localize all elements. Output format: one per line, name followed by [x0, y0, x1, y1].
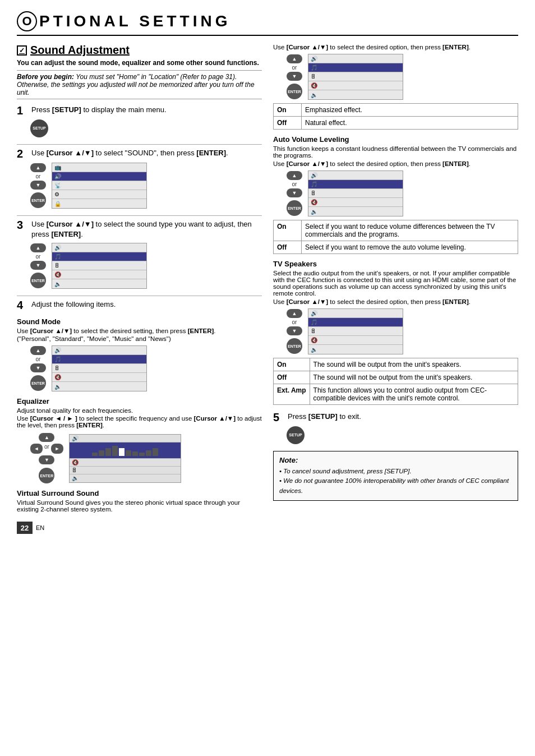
tv-ext-key: Ext. Amp	[274, 384, 310, 405]
equalizer-menu: 🔊 🔇 🎚	[69, 434, 181, 483]
step-3-illustration: ▲ or ▼ ENTER 🔊 🎵 🎚 🔇 🔈	[30, 243, 262, 289]
virtual-surround-title: Virtual Surround Sound	[17, 489, 262, 497]
vss-on-key: On	[274, 104, 302, 117]
step-3-menu: 🔊 🎵 🎚 🔇 🔈	[52, 243, 147, 289]
table-row: On Select if you want to reduce volume d…	[274, 220, 518, 241]
step-1-illustration: SETUP	[30, 119, 262, 137]
av-on-value: Select if you want to reduce volume diff…	[302, 220, 518, 241]
vss-use-cursor: Use [Cursor ▲/▼] to select the desired o…	[273, 44, 518, 50]
vss-menu: 🔊 🎵 🎚 🔇 🔈	[308, 54, 403, 100]
sound-mode-menu: 🔊 🎵 🎚 🔇 🔈	[52, 345, 147, 391]
step-5-number: 5	[273, 412, 284, 423]
before-begin-box: Before you begin: You must set "Home" in…	[17, 70, 262, 99]
tv-on-value: The sound will be output from the unit's…	[310, 358, 518, 371]
before-begin-label: Before you begin:	[17, 73, 74, 81]
right-column: Use [Cursor ▲/▼] to select the desired o…	[273, 44, 518, 534]
step-1-text: Press [SETUP] to display the main menu.	[31, 105, 167, 115]
step-4: 4 Adjust the following items.	[17, 299, 262, 311]
equalizer-line2: Use [Cursor ◄ / ► ] to select the specif…	[17, 415, 262, 428]
virtual-surround-text: Virtual Surround Sound gives you the ste…	[17, 499, 262, 513]
sound-mode-line1: Use [Cursor ▲/▼] to select the desired s…	[17, 328, 262, 334]
header-circle: O	[17, 11, 37, 31]
page-number-area: 22 EN	[17, 522, 262, 534]
auto-volume-illustration: ▲ or ▼ ENTER 🔊 🎵 🎚 🔇 🔈	[287, 170, 518, 216]
tv-speakers-title: TV Speakers	[273, 260, 518, 268]
step-2-text: Use [Cursor ▲/▼] to select "SOUND", then…	[31, 148, 228, 158]
en-label: EN	[36, 524, 44, 531]
tv-speakers-line: Use [Cursor ▲/▼] to select the desired o…	[273, 298, 518, 305]
table-row: On Emphasized effect.	[274, 104, 518, 117]
tv-speakers-illustration: ▲ or ▼ ENTER 🔊 🎵 🎚 🔇 🔈	[287, 308, 518, 354]
vss-options-table: On Emphasized effect. Off Natural effect…	[273, 103, 518, 130]
step-4-text: Adjust the following items.	[31, 299, 116, 310]
step-1-number: 1	[17, 105, 28, 116]
intro-text: You can adjust the sound mode, equalizer…	[17, 59, 262, 67]
auto-volume-options-table: On Select if you want to reduce volume d…	[273, 220, 518, 254]
tv-ext-value: This function allows you to control audi…	[310, 384, 518, 405]
vss-off-value: Natural effect.	[302, 117, 518, 130]
tv-off-value: The sound will not be output from the un…	[310, 371, 518, 384]
auto-volume-intro: This function keeps a constant loudness …	[273, 145, 518, 159]
step-2-illustration: ▲ or ▼ ENTER 📺 🔊 📡 ⚙ 🔒	[30, 163, 262, 209]
section-title: ✓ Sound Adjustment	[17, 44, 262, 57]
sound-mode-title: Sound Mode	[17, 317, 262, 326]
note-title: Note:	[279, 456, 512, 464]
tv-speakers-options-table: On The sound will be output from the uni…	[273, 358, 518, 405]
step-3: 3 Use [Cursor ▲/▼] to select the sound t…	[17, 219, 262, 289]
header-title: PTIONAL SETTING	[39, 12, 231, 30]
tv-off-key: Off	[274, 371, 310, 384]
sound-mode-illustration: ▲ or ▼ ENTER 🔊 🎵 🎚 🔇 🔈	[30, 345, 262, 391]
note-box: Note: • To cancel sound adjustment, pres…	[273, 451, 518, 501]
step-2: 2 Use [Cursor ▲/▼] to select "SOUND", th…	[17, 148, 262, 209]
sound-mode-line2: ("Personal", "Standard", "Movie", "Music…	[17, 335, 262, 342]
checkbox-icon: ✓	[17, 45, 27, 56]
equalizer-title: Equalizer	[17, 397, 262, 405]
step-5: 5 Press [SETUP] to exit. SETUP	[273, 412, 518, 444]
auto-volume-menu: 🔊 🎵 🎚 🔇 🔈	[308, 170, 403, 216]
step-3-text: Use [Cursor ▲/▼] to select the sound typ…	[31, 219, 262, 239]
page-number: 22	[17, 522, 33, 534]
table-row: Off Natural effect.	[274, 117, 518, 130]
av-on-key: On	[274, 220, 302, 241]
eq-bars	[92, 445, 158, 456]
step-2-number: 2	[17, 148, 28, 159]
auto-volume-title: Auto Volume Leveling	[273, 135, 518, 144]
av-off-value: Select if you want to remove the auto vo…	[302, 241, 518, 254]
step-1: 1 Press [SETUP] to display the main menu…	[17, 105, 262, 137]
table-row: Off The sound will not be output from th…	[274, 371, 518, 384]
step-5-text: Press [SETUP] to exit.	[288, 412, 361, 422]
remote-setup-btn-1: SETUP	[30, 119, 48, 137]
table-row: On The sound will be output from the uni…	[274, 358, 518, 371]
vss-on-value: Emphasized effect.	[302, 104, 518, 117]
step-2-menu: 📺 🔊 📡 ⚙ 🔒	[52, 163, 147, 209]
note-line-1: • To cancel sound adjustment, press [SET…	[279, 467, 512, 476]
table-row: Off Select if you want to remove the aut…	[274, 241, 518, 254]
equalizer-illustration: ▲ ◄ or ► ▼ ENTER 🔊	[30, 433, 262, 483]
page-header: O PTIONAL SETTING	[17, 11, 518, 36]
tv-speakers-intro: Select the audio output from the unit's …	[273, 270, 518, 297]
vss-illustration: ▲ or ▼ ENTER 🔊 🎵 🎚 🔇 🔈	[287, 54, 518, 100]
note-line-2: • We do not guarantee 100% interoperabil…	[279, 476, 512, 496]
tv-on-key: On	[274, 358, 310, 371]
auto-volume-line: Use [Cursor ▲/▼] to select the desired o…	[273, 160, 518, 167]
equalizer-line1: Adjust tonal quality for each frequencie…	[17, 407, 262, 414]
tv-speakers-menu: 🔊 🎵 🎚 🔇 🔈	[308, 308, 403, 354]
av-off-key: Off	[274, 241, 302, 254]
left-column: ✓ Sound Adjustment You can adjust the so…	[17, 44, 262, 534]
step-5-illustration: SETUP	[287, 426, 518, 444]
step-4-number: 4	[17, 299, 28, 311]
table-row: Ext. Amp This function allows you to con…	[274, 384, 518, 405]
vss-off-key: Off	[274, 117, 302, 130]
step-3-number: 3	[17, 219, 28, 231]
